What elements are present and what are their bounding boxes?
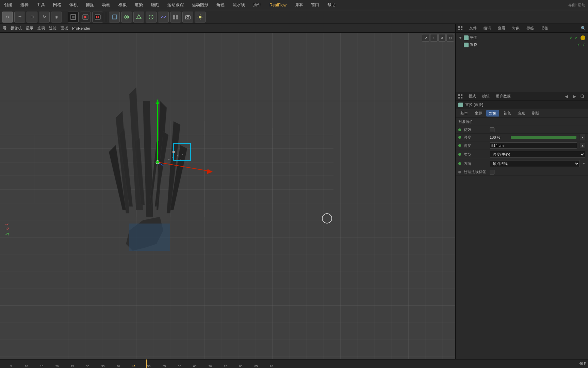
om-tab-object[interactable]: 对象: [510, 25, 522, 31]
menu-window[interactable]: 窗口: [310, 1, 321, 9]
attr-subtab-shader[interactable]: 着色: [501, 110, 513, 117]
gizmo-rotate[interactable]: ↺: [438, 34, 446, 42]
svg-rect-73: [458, 26, 460, 28]
attr-tab-edit[interactable]: 编辑: [480, 93, 492, 99]
obj-check2-plane[interactable]: ✓: [575, 35, 578, 40]
attr-row-direction: 方向 顶点法线 ▼: [456, 159, 588, 168]
menu-script[interactable]: 脚本: [293, 1, 304, 9]
obj-check1-plane[interactable]: ✓: [570, 35, 573, 40]
attr-subtab-object[interactable]: 对象: [486, 110, 499, 117]
menu-volume[interactable]: 体积: [68, 1, 79, 9]
vp-menu-look[interactable]: 看: [3, 26, 6, 31]
vp-menu-display[interactable]: 显示: [26, 26, 33, 31]
om-tab-bookmark[interactable]: 书签: [539, 25, 550, 31]
fluid-tool-btn[interactable]: [158, 12, 169, 22]
move-tool-btn[interactable]: ✛: [14, 12, 25, 22]
menu-tools[interactable]: 工具: [35, 1, 46, 9]
menu-motion-graphics[interactable]: 运动图形: [191, 1, 210, 9]
om-tab-edit[interactable]: 编辑: [481, 25, 493, 31]
viewport-canvas[interactable]: +Z +Y +X ↗ ↕ ↺ ⊡: [0, 33, 455, 359]
collapse-icon: [458, 36, 462, 40]
vp-menu-filter[interactable]: 过滤: [49, 26, 56, 31]
attr-checkbox-normalTag[interactable]: [490, 170, 494, 174]
attr-row-strength: 强度 100 % ▲: [456, 134, 588, 141]
attr-select-direction[interactable]: 顶点法线: [490, 160, 580, 167]
svg-point-82: [581, 95, 584, 97]
menu-create[interactable]: 创建: [3, 1, 14, 9]
render-region-btn[interactable]: [68, 12, 79, 22]
attr-step-height[interactable]: ▲: [580, 143, 585, 148]
svg-line-83: [583, 97, 584, 98]
obj-check1-displace[interactable]: ✓: [577, 43, 580, 47]
om-tab-view[interactable]: 查看: [496, 25, 507, 31]
attr-step-strength[interactable]: ▲: [580, 135, 585, 140]
tl-mark-5: 5: [3, 365, 19, 368]
select-tool-btn[interactable]: ⊙: [2, 12, 13, 22]
svg-rect-80: [458, 97, 460, 98]
render-view-btn[interactable]: [80, 12, 91, 22]
attr-input-height[interactable]: [490, 142, 577, 149]
render-all-btn[interactable]: [92, 12, 103, 22]
gizmo-scale[interactable]: ↕: [430, 34, 438, 42]
vp-menu-panel[interactable]: 面板: [61, 26, 68, 31]
menu-snap[interactable]: 捕捉: [84, 1, 95, 9]
view-cube-btn[interactable]: [109, 12, 120, 22]
attr-tab-userdata[interactable]: 用户数据: [494, 93, 513, 99]
green-obj-btn[interactable]: [133, 12, 144, 22]
vp-menu-camera[interactable]: 摄像机: [11, 26, 22, 31]
timeline-playhead[interactable]: [146, 359, 147, 368]
light-tool-btn[interactable]: [195, 12, 206, 22]
camera-tool-btn[interactable]: [182, 12, 193, 22]
menu-plugins[interactable]: 插件: [252, 1, 263, 9]
attr-subtab-refresh[interactable]: 刷新: [529, 110, 542, 117]
om-search-btn[interactable]: 🔍: [581, 26, 586, 31]
gizmo-camera[interactable]: ⊡: [446, 34, 454, 42]
rotate-tool-btn[interactable]: ↻: [39, 12, 50, 22]
svg-rect-67: [180, 159, 181, 159]
menu-realflow[interactable]: RealFlow: [268, 2, 288, 8]
om-tab-file[interactable]: 文件: [467, 25, 479, 31]
attr-slider-strength[interactable]: [511, 136, 576, 139]
om-tab-tag[interactable]: 标签: [524, 25, 536, 31]
menu-pipeline[interactable]: 流水线: [231, 1, 246, 9]
menu-simulate[interactable]: 模拟: [117, 1, 128, 9]
viewport[interactable]: 看 摄像机 显示 选项 过滤 面板 ProRender: [0, 24, 455, 359]
vp-menu-options[interactable]: 选项: [37, 26, 45, 31]
menu-mesh[interactable]: 网格: [52, 1, 63, 9]
obj-dot-plane: [581, 35, 585, 40]
attr-select-type[interactable]: 强度(中心): [490, 151, 585, 158]
attr-subtab-basic[interactable]: 基本: [458, 110, 471, 117]
obj-icon-plane: [464, 35, 469, 40]
attr-subtab-falloff[interactable]: 衰减: [515, 110, 528, 117]
gizmo-move[interactable]: ↗: [422, 34, 429, 42]
attr-tab-mode[interactable]: 模式: [467, 93, 478, 99]
attr-nav-forward[interactable]: ▶: [571, 93, 578, 100]
attr-subtab-coords[interactable]: 坐标: [472, 110, 485, 117]
menu-render[interactable]: 道染: [133, 1, 144, 9]
menu-select[interactable]: 选择: [19, 1, 30, 9]
attr-checkbox-fakeEffect[interactable]: [490, 127, 494, 132]
menu-character[interactable]: 角色: [215, 1, 226, 9]
tree-obj-btn[interactable]: [146, 12, 157, 22]
right-panel: 文件 编辑 查看 对象 标签 书签 🔍 平面 ✓ ✓: [455, 24, 588, 359]
menu-motion-track[interactable]: 运动跟踪: [166, 1, 185, 9]
menu-animate[interactable]: 动画: [101, 1, 112, 9]
obj-check2-displace[interactable]: ✓: [582, 43, 585, 47]
attr-row-height: 高度 ▲: [456, 141, 588, 150]
grid-tool-btn[interactable]: [170, 12, 181, 22]
vp-menu-prorender[interactable]: ProRender: [72, 26, 90, 30]
menu-help[interactable]: 帮助: [326, 1, 337, 9]
attr-nav-back[interactable]: ◀: [563, 93, 570, 100]
obj-row-plane[interactable]: 平面 ✓ ✓: [457, 34, 587, 41]
tl-mark-45: 45: [126, 365, 141, 368]
attr-nav-search[interactable]: [579, 93, 586, 100]
menu-sculpt[interactable]: 雕刻: [150, 1, 161, 9]
obj-row-displace[interactable]: 置换 ✓ ✓: [462, 41, 587, 48]
attr-label-normalTag: 处理法线标签: [464, 169, 488, 174]
scale-tool-btn[interactable]: ⊞: [27, 12, 37, 22]
paint-tool-btn[interactable]: [121, 12, 132, 22]
tl-mark-20: 20: [49, 365, 65, 368]
direction-arrow: ▼: [583, 162, 585, 165]
transform-tool-btn[interactable]: ◎: [51, 12, 62, 22]
timeline-ruler[interactable]: 5 10 15 20 25 30 35 40 45 50 55 60 65 70…: [0, 359, 577, 368]
